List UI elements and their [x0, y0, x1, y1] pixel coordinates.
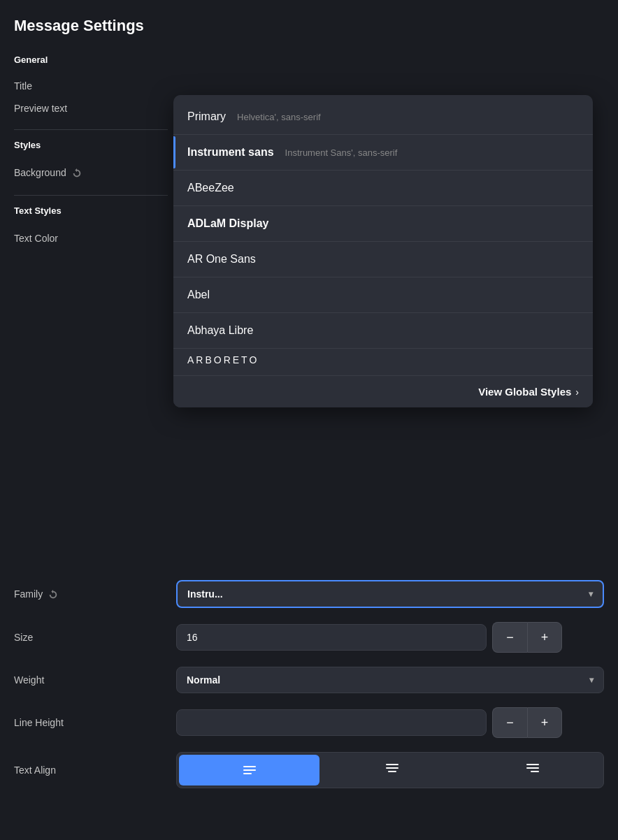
font-item-primary[interactable]: Primary Helvetica', sans-serif [173, 101, 593, 133]
font-name-abeezee: ABeeZee [187, 182, 234, 194]
text-align-row: Text Align [14, 745, 604, 795]
font-name-adlam: ADLaM Display [187, 217, 268, 230]
font-name-instrument: Instrument sans [187, 146, 274, 159]
font-separator-2 [173, 170, 593, 171]
family-select-value: Instru... [187, 588, 223, 600]
font-item-abhaya[interactable]: Abhaya Libre [173, 314, 593, 347]
font-separator-7 [173, 348, 593, 349]
font-name-abel: Abel [187, 289, 210, 301]
text-align-group [176, 752, 604, 788]
preview-text-menu-item[interactable]: Preview text [14, 97, 168, 120]
family-reset-icon[interactable] [48, 589, 58, 599]
size-row-label: Size [14, 632, 168, 643]
align-right-icon [526, 764, 539, 772]
align-left-button[interactable] [179, 755, 319, 785]
family-control: Instru... ▾ [176, 580, 604, 608]
font-item-abeezee[interactable]: ABeeZee [173, 172, 593, 204]
family-chevron-icon: ▾ [589, 589, 593, 599]
size-label: Size [14, 632, 33, 643]
settings-panel: Message Settings General Title Preview t… [0, 0, 182, 268]
line-height-control: − + [176, 707, 604, 738]
text-color-label: Text Color [14, 233, 58, 244]
text-align-row-label: Text Align [14, 765, 168, 776]
family-select[interactable]: Instru... ▾ [176, 580, 604, 608]
font-name-abhaya: Abhaya Libre [187, 324, 253, 337]
line-height-label: Line Height [14, 717, 64, 728]
text-color-row: Text Color [14, 226, 168, 251]
font-subtext-instrument: Instrument Sans', sans-serif [285, 147, 398, 158]
text-align-control [176, 752, 604, 788]
font-separator-6 [173, 312, 593, 313]
font-item-abel[interactable]: Abel [173, 279, 593, 311]
font-subtext-primary: Helvetica', sans-serif [237, 112, 321, 122]
view-global-styles-label: View Global Styles [478, 386, 571, 398]
family-label: Family [14, 588, 43, 600]
weight-row-label: Weight [14, 674, 168, 686]
weight-control: Normal ▾ [176, 667, 604, 693]
view-global-styles-button[interactable]: View Global Styles › [173, 375, 593, 407]
settings-rows: Family Instru... ▾ Size − + Weight [0, 573, 618, 795]
background-label: Background [14, 167, 66, 178]
weight-select-value: Normal [187, 674, 220, 686]
size-increase-button[interactable]: + [527, 622, 562, 653]
align-left-icon [243, 766, 256, 774]
title-menu-item[interactable]: Title [14, 75, 168, 97]
size-decrease-button[interactable]: − [492, 622, 527, 653]
font-separator-5 [173, 277, 593, 277]
font-list: Primary Helvetica', sans-serif Instrumen… [173, 95, 593, 375]
font-item-arboreto[interactable]: ARBORETO [173, 350, 593, 370]
align-center-icon [386, 764, 398, 772]
font-name-primary: Primary [187, 110, 226, 123]
line-height-row-label: Line Height [14, 717, 168, 728]
weight-row: Weight Normal ▾ [14, 660, 604, 700]
chevron-right-icon: › [575, 386, 579, 398]
size-input[interactable] [176, 624, 487, 651]
font-name-ar-one-sans: AR One Sans [187, 253, 256, 266]
font-item-adlam[interactable]: ADLaM Display [173, 208, 593, 240]
text-styles-section-label: Text Styles [14, 205, 168, 216]
font-dropdown: Primary Helvetica', sans-serif Instrumen… [173, 95, 593, 407]
font-name-arboreto: ARBORETO [187, 354, 259, 365]
size-row: Size − + [14, 615, 604, 660]
background-row: Background [14, 160, 168, 185]
weight-label: Weight [14, 674, 44, 686]
general-section-label: General [14, 55, 168, 65]
size-control: − + [176, 622, 604, 653]
size-stepper: − + [492, 622, 604, 653]
align-right-button[interactable] [463, 753, 603, 783]
line-height-decrease-button[interactable]: − [492, 707, 527, 738]
styles-section-label: Styles [14, 140, 168, 150]
divider-1 [14, 129, 168, 130]
font-separator-4 [173, 241, 593, 242]
weight-select[interactable]: Normal ▾ [176, 667, 604, 693]
font-separator-1 [173, 134, 593, 135]
font-separator-3 [173, 205, 593, 206]
line-height-increase-button[interactable]: + [527, 707, 562, 738]
font-item-instrument-sans[interactable]: Instrument sans Instrument Sans', sans-s… [173, 136, 593, 168]
page-title: Message Settings [14, 17, 168, 35]
family-row: Family Instru... ▾ [14, 573, 604, 615]
font-item-ar-one-sans[interactable]: AR One Sans [173, 243, 593, 275]
weight-chevron-icon: ▾ [589, 675, 594, 685]
divider-2 [14, 195, 168, 196]
align-center-button[interactable] [322, 753, 462, 783]
family-row-label: Family [14, 588, 168, 600]
reset-icon[interactable] [72, 168, 82, 178]
line-height-stepper: − + [492, 707, 604, 738]
line-height-row: Line Height − + [14, 700, 604, 745]
line-height-input[interactable] [176, 709, 487, 736]
text-align-label: Text Align [14, 765, 56, 776]
